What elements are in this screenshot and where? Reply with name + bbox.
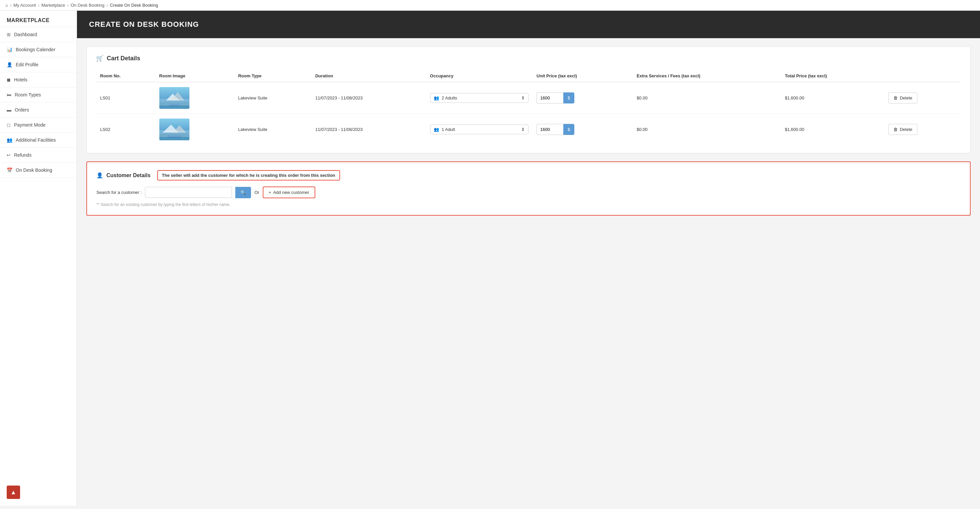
table-row: LS01 (96, 82, 961, 114)
add-customer-label: Add new customer (273, 190, 309, 195)
sidebar-item-orders[interactable]: ▬ Orders (0, 102, 76, 118)
col-extra-services: Extra Services / Fees (tax excl) (633, 70, 781, 82)
search-button[interactable]: 🔍 (235, 187, 251, 198)
room-image-2 (155, 114, 234, 145)
cart-icon: 🛒 (96, 54, 103, 62)
sidebar-item-room-types[interactable]: 🛏 Room Types (0, 88, 76, 102)
occupancy-select-1[interactable]: 👥 2 Adults ⇕ (430, 93, 529, 103)
room-image-1 (155, 82, 234, 114)
price-input-group-1: $ (536, 93, 628, 104)
col-room-no: Room No. (96, 70, 155, 82)
col-unit-price: Unit Price (tax excl) (533, 70, 633, 82)
orders-icon: ▬ (7, 107, 11, 113)
occupancy-select-2[interactable]: 👥 1 Adult ⇕ (430, 124, 529, 134)
price-input-1[interactable] (536, 93, 563, 104)
person-icon: 👥 (434, 96, 439, 101)
breadcrumb-separator-2: › (38, 3, 39, 8)
sidebar-title: MARKETPLACE (0, 11, 76, 27)
home-icon[interactable]: ⌂ (5, 3, 8, 8)
sidebar-item-label: Refunds (14, 152, 32, 158)
add-customer-button[interactable]: + Add new customer (263, 187, 315, 198)
total-price-1: $1,600.00 (781, 82, 884, 114)
occupancy-value-1: 2 Adults (442, 96, 457, 101)
sidebar-item-label: Additional Facilities (16, 137, 56, 143)
room-type-2: Lakeview Suite (234, 114, 311, 145)
col-occupancy: Occupancy (426, 70, 533, 82)
trash-icon-2: 🗑 (893, 127, 898, 132)
sidebar-item-edit-profile[interactable]: 👤 Edit Profile (0, 57, 76, 72)
customer-icon: 👤 (96, 172, 103, 179)
price-input-2[interactable] (536, 124, 563, 135)
duration-1: 11/07/2023 - 11/08/2023 (311, 82, 426, 114)
delete-button-2[interactable]: 🗑 Delete (888, 124, 917, 135)
delete-label-2: Delete (900, 127, 912, 132)
sidebar-item-dashboard[interactable]: ⊞ Dashboard (0, 27, 76, 42)
occupancy-2[interactable]: 👥 1 Adult ⇕ (426, 114, 533, 145)
col-room-type: Room Type (234, 70, 311, 82)
customer-details-card: 👤 Customer Details The seller will add t… (86, 161, 970, 215)
sidebar-item-refunds[interactable]: ↩ Refunds (0, 148, 76, 163)
col-duration: Duration (311, 70, 426, 82)
unit-price-1[interactable]: $ (533, 82, 633, 114)
sidebar-item-label: On Desk Booking (16, 168, 52, 173)
scroll-top-button[interactable]: ▲ (7, 485, 20, 499)
room-image-placeholder-1 (159, 87, 189, 109)
sidebar-item-label: Bookings Calender (16, 47, 55, 52)
search-label: Search for a customer : (96, 190, 142, 195)
page-title: CREATE ON DESK BOOKING (89, 20, 199, 29)
sidebar-item-hotels[interactable]: ◼ Hotels (0, 72, 76, 88)
hotels-icon: ◼ (7, 77, 11, 82)
col-actions (884, 70, 961, 82)
payment-mode-icon: ◻ (7, 122, 11, 128)
occupancy-value-2: 1 Adult (442, 127, 455, 132)
delete-cell-1[interactable]: 🗑 Delete (884, 82, 961, 114)
plus-icon: + (269, 190, 272, 195)
person-icon-2: 👥 (434, 127, 439, 132)
breadcrumb-marketplace[interactable]: Marketplace (41, 3, 65, 8)
edit-profile-icon: 👤 (7, 62, 13, 67)
room-no-1: LS01 (96, 82, 155, 114)
unit-price-2[interactable]: $ (533, 114, 633, 145)
cart-title-text: Cart Details (107, 55, 140, 62)
search-icon: 🔍 (240, 190, 246, 195)
sidebar-item-payment-mode[interactable]: ◻ Payment Mode (0, 118, 76, 132)
svg-rect-4 (169, 104, 180, 107)
sidebar-item-label: Edit Profile (16, 62, 38, 67)
page-header: CREATE ON DESK BOOKING (77, 11, 980, 38)
extra-services-1: $0.00 (633, 82, 781, 114)
search-hint: ** Search for an existing customer by ty… (96, 202, 961, 207)
customer-title-text: Customer Details (107, 172, 151, 179)
room-no-2: LS02 (96, 114, 155, 145)
or-text: Or (255, 190, 259, 195)
delete-button-1[interactable]: 🗑 Delete (888, 93, 917, 104)
sidebar-item-label: Payment Mode (14, 122, 46, 128)
additional-facilities-icon: 👥 (7, 137, 13, 143)
booking-table: Room No. Room Image Room Type Duration O… (96, 70, 961, 145)
sidebar-item-label: Room Types (15, 92, 41, 97)
occupancy-1[interactable]: 👥 2 Adults ⇕ (426, 82, 533, 114)
room-type-1: Lakeview Suite (234, 82, 311, 114)
customer-tooltip: The seller will add the customer for whi… (157, 170, 340, 180)
sidebar-item-additional-facilities[interactable]: 👥 Additional Facilities (0, 132, 76, 148)
breadcrumb-my-account[interactable]: My Account (13, 3, 36, 8)
tooltip-text: The seller will add the customer for whi… (162, 173, 336, 178)
extra-services-2: $0.00 (633, 114, 781, 145)
price-input-group-2: $ (536, 124, 628, 135)
cart-details-card: 🛒 Cart Details Room No. Room Image Room … (86, 46, 970, 153)
currency-btn-2[interactable]: $ (563, 124, 574, 135)
sidebar-item-bookings-calender[interactable]: 📊 Bookings Calender (0, 42, 76, 57)
sidebar-item-label: Orders (15, 107, 29, 113)
breadcrumb: ⌂ › My Account › Marketplace › On Desk B… (0, 0, 980, 11)
total-price-2: $1,600.00 (781, 114, 884, 145)
cart-details-title: 🛒 Cart Details (96, 54, 961, 62)
sidebar-item-on-desk-booking[interactable]: 📅 On Desk Booking (0, 163, 76, 178)
on-desk-booking-icon: 📅 (7, 168, 13, 173)
sidebar: MARKETPLACE ⊞ Dashboard 📊 Bookings Calen… (0, 11, 77, 506)
currency-btn-1[interactable]: $ (563, 93, 574, 104)
col-total-price: Total Price (tax excl) (781, 70, 884, 82)
bookings-calender-icon: 📊 (7, 47, 13, 52)
delete-cell-2[interactable]: 🗑 Delete (884, 114, 961, 145)
breadcrumb-on-desk-booking[interactable]: On Desk Booking (71, 3, 104, 8)
search-input[interactable] (145, 187, 232, 198)
room-types-icon: 🛏 (7, 92, 11, 97)
